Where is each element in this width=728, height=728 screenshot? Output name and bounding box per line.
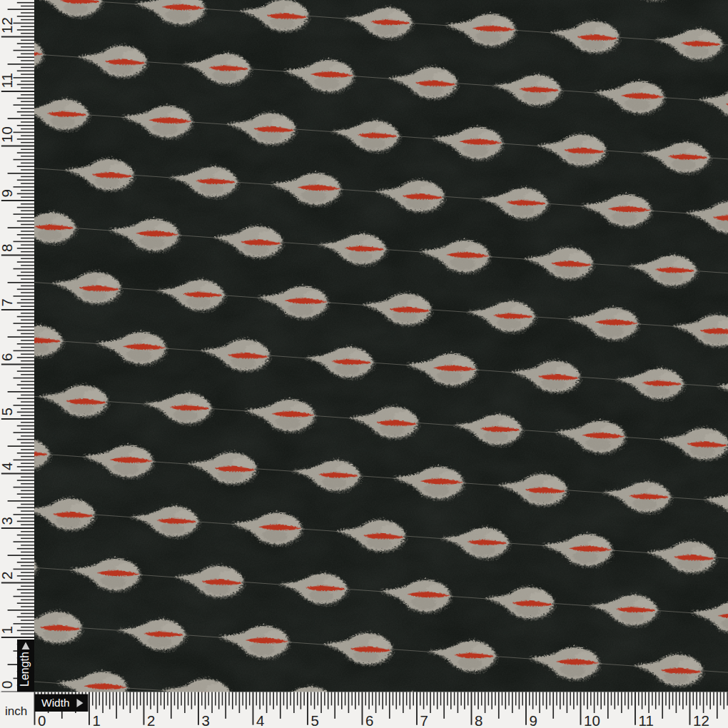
svg-text:7: 7 — [420, 712, 428, 728]
svg-text:6: 6 — [0, 353, 15, 361]
svg-text:8: 8 — [475, 712, 482, 728]
svg-text:inch: inch — [5, 704, 27, 718]
svg-text:Width: Width — [41, 697, 70, 709]
svg-text:3: 3 — [0, 517, 15, 525]
svg-text:10: 10 — [584, 712, 600, 728]
svg-text:9: 9 — [0, 189, 15, 197]
svg-text:5: 5 — [0, 408, 15, 415]
svg-text:11: 11 — [0, 73, 15, 88]
svg-text:1: 1 — [93, 712, 101, 728]
svg-text:2: 2 — [147, 712, 155, 728]
svg-text:6: 6 — [365, 712, 373, 728]
svg-text:0: 0 — [38, 712, 46, 728]
svg-text:4: 4 — [256, 712, 264, 728]
svg-text:9: 9 — [530, 712, 537, 728]
svg-text:1: 1 — [0, 626, 15, 634]
svg-text:2: 2 — [0, 572, 15, 580]
svg-text:12: 12 — [693, 712, 709, 728]
svg-text:4: 4 — [0, 462, 15, 470]
svg-text:5: 5 — [311, 712, 319, 728]
svg-text:8: 8 — [0, 244, 15, 252]
svg-text:7: 7 — [0, 298, 15, 306]
svg-text:Length: Length — [19, 652, 31, 687]
svg-text:3: 3 — [202, 712, 210, 728]
svg-text:0: 0 — [0, 681, 15, 689]
svg-text:11: 11 — [639, 712, 654, 728]
svg-text:10: 10 — [0, 126, 15, 143]
svg-text:12: 12 — [0, 17, 15, 34]
